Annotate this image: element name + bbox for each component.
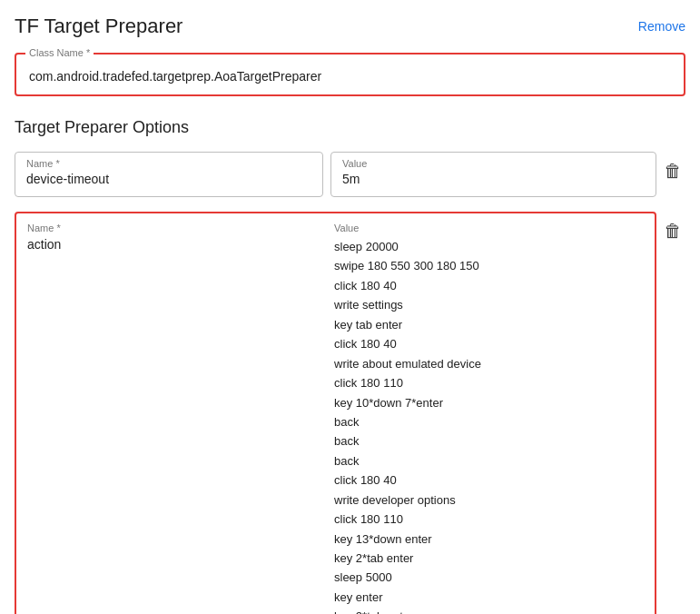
name-label-1: Name * (26, 158, 311, 169)
class-name-label: Class Name * (25, 47, 94, 58)
value-line: click 180 110 (334, 373, 644, 392)
option-row-2: Name * action Value sleep 20000swipe 180… (15, 212, 685, 614)
value-line: click 180 40 (334, 334, 644, 353)
value-line: sleep 20000 (334, 237, 644, 256)
value-line: key enter (334, 588, 644, 607)
remove-button[interactable]: Remove (638, 19, 685, 34)
delete-button-1[interactable]: 🗑 (664, 161, 685, 182)
value-label-2: Value (334, 223, 644, 233)
name-label-2: Name * (27, 223, 327, 233)
value-line: back (334, 431, 644, 451)
value-line: click 180 110 (334, 510, 644, 529)
value-line: back (334, 412, 644, 431)
value-label-1: Value (342, 158, 645, 169)
value-line: sleep 5000 (334, 568, 644, 587)
class-name-value: com.android.tradefed.targetprep.AoaTarge… (29, 69, 671, 84)
section-title: Target Preparer Options (15, 118, 685, 137)
value-line: write about emulated device (334, 354, 644, 373)
highlighted-fields: Name * action Value sleep 20000swipe 180… (15, 212, 656, 614)
value-line: click 180 40 (334, 470, 644, 490)
value-value-1: 5m (342, 172, 360, 186)
value-line: key tab enter (334, 315, 644, 334)
value-line: key 10*down 7*enter (334, 393, 644, 412)
value-line: write developer options (334, 490, 644, 510)
value-line: back (334, 451, 644, 470)
value-line: key 2*tab enter (334, 607, 644, 614)
class-name-section: Class Name * com.android.tradefed.target… (15, 53, 685, 96)
value-line: click 180 40 (334, 276, 644, 295)
value-line: swipe 180 550 300 180 150 (334, 256, 644, 275)
value-lines-2: sleep 20000swipe 180 550 300 180 150clic… (334, 237, 644, 614)
delete-button-2[interactable]: 🗑 (664, 221, 685, 242)
page-title: TF Target Preparer (15, 15, 182, 38)
value-box-1: Value 5m (330, 152, 656, 197)
value-line: key 13*down enter (334, 530, 644, 549)
option-row-1: Name * device-timeout Value 5m 🗑 (15, 152, 685, 197)
value-inner-2: Value sleep 20000swipe 180 550 300 180 1… (334, 223, 644, 614)
name-inner-2: Name * action (27, 223, 327, 252)
name-box-1: Name * device-timeout (15, 152, 323, 197)
name-value-2: action (27, 237, 327, 252)
value-line: write settings (334, 295, 644, 314)
value-line: key 2*tab enter (334, 549, 644, 568)
name-value-1: device-timeout (26, 172, 109, 186)
